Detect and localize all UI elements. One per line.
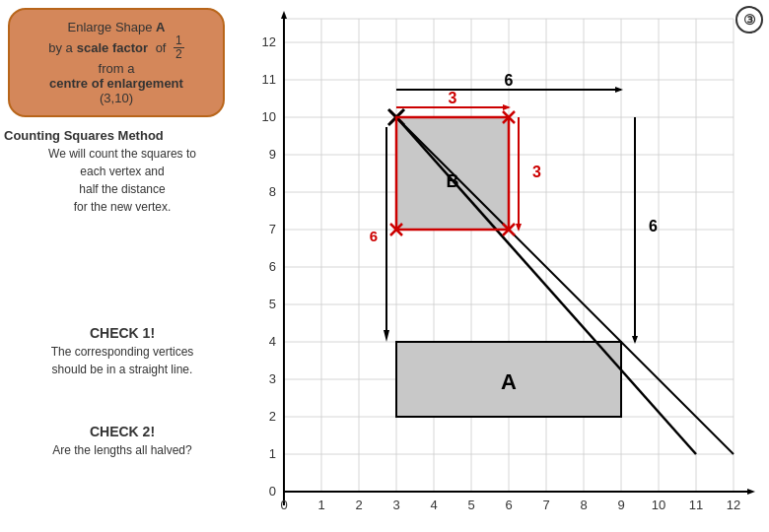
graph-area: 0 1 2 3 4 5 6 7 8 9 10 11 12 0 1 2 3 4 (245, 5, 757, 527)
svg-text:6: 6 (269, 259, 276, 274)
fraction-numerator: 1 (174, 34, 184, 48)
svg-text:12: 12 (727, 498, 740, 512)
shape-a-label: A (501, 369, 517, 394)
arrow-down-head (384, 330, 389, 342)
centre-label: centre of enlargement (22, 76, 211, 91)
svg-text:7: 7 (269, 222, 276, 236)
left-panel: Enlarge Shape A by a scale factor of 1 2… (0, 0, 246, 532)
check2-section: CHECK 2! Are the lengths all halved? (4, 424, 241, 459)
svg-text:9: 9 (617, 498, 624, 512)
arrow-head-h (615, 87, 623, 93)
svg-text:0: 0 (280, 498, 287, 512)
page-container: ③ Enlarge Shape A by a scale factor of 1… (0, 0, 769, 532)
svg-text:6: 6 (505, 498, 512, 512)
svg-text:2: 2 (355, 498, 362, 512)
svg-text:12: 12 (262, 34, 276, 49)
svg-text:10: 10 (652, 498, 665, 512)
svg-text:2: 2 (269, 409, 276, 424)
check1-line-1: The corresponding vertices (4, 343, 241, 361)
check1-text: The corresponding vertices should be in … (4, 343, 241, 378)
svg-text:4: 4 (430, 498, 437, 512)
svg-text:3: 3 (392, 498, 399, 512)
svg-marker-30 (281, 11, 287, 19)
svg-text:11: 11 (262, 72, 276, 87)
svg-text:0: 0 (269, 484, 276, 499)
graph-svg: 0 1 2 3 4 5 6 7 8 9 10 11 12 0 1 2 3 4 (245, 5, 757, 527)
svg-text:3: 3 (269, 371, 276, 386)
svg-text:10: 10 (262, 109, 276, 124)
svg-text:9: 9 (269, 147, 276, 162)
svg-text:11: 11 (689, 498, 703, 512)
method-line-1: We will count the squares to (4, 145, 241, 163)
check1-section: CHECK 1! The corresponding vertices shou… (4, 325, 241, 378)
svg-text:4: 4 (269, 334, 276, 349)
arrow-head-v2 (632, 336, 638, 344)
fraction: 1 2 (174, 34, 184, 61)
check2-text: Are the lengths all halved? (4, 441, 241, 459)
method-line-2: each vertex and (4, 163, 241, 180)
scale-line: by a scale factor of 1 2 (22, 34, 211, 61)
label-3-right: 3 (532, 164, 541, 180)
coords-text: (3,10) (22, 91, 211, 105)
svg-text:5: 5 (269, 297, 276, 311)
method-line-4: for the new vertex. (4, 198, 241, 216)
method-title: Counting Squares Method (4, 128, 241, 143)
svg-text:7: 7 (542, 498, 549, 512)
svg-text:1: 1 (269, 446, 276, 461)
label-3-top: 3 (449, 90, 457, 106)
instruction-box: Enlarge Shape A by a scale factor of 1 2… (8, 8, 225, 117)
arrow-head-r1 (503, 104, 511, 110)
svg-marker-29 (747, 489, 755, 495)
shape-label: A (156, 20, 165, 34)
svg-text:8: 8 (269, 184, 276, 199)
label-6-top: 6 (505, 72, 514, 89)
enlarge-line: Enlarge Shape A (22, 20, 211, 34)
svg-text:1: 1 (317, 498, 324, 512)
method-line-3: half the distance (4, 180, 241, 198)
check2-title: CHECK 2! (4, 424, 241, 439)
arrow-head-v1 (516, 224, 522, 232)
scale-factor-label: scale factor (77, 40, 148, 55)
check1-title: CHECK 1! (4, 325, 241, 341)
label-6-left: 6 (370, 228, 378, 244)
from-text: from a (22, 61, 211, 76)
check1-line-2: should be in a straight line. (4, 361, 241, 378)
label-6-right: 6 (649, 218, 658, 234)
fraction-denominator: 2 (174, 48, 184, 61)
svg-text:8: 8 (580, 498, 587, 512)
svg-text:5: 5 (467, 498, 474, 512)
method-section: Counting Squares Method We will count th… (4, 128, 241, 216)
method-description: We will count the squares to each vertex… (4, 145, 241, 216)
